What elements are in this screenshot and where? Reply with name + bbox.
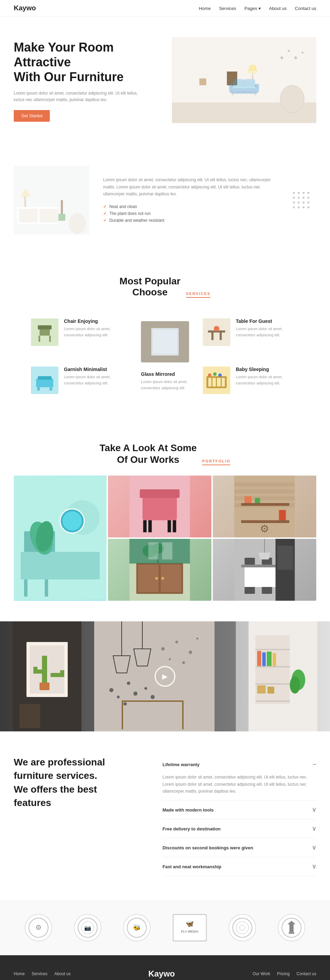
partner-logo-2: 📷: [74, 914, 102, 942]
svg-point-119: [169, 658, 171, 660]
about-description: Lorem ipsum dolor sit amet, consectetur …: [103, 177, 272, 197]
svg-rect-65: [143, 520, 147, 532]
svg-rect-60: [24, 579, 27, 597]
svg-point-134: [151, 695, 155, 699]
service-item-chair: Chair Enjoying Lorem ipsum dolor sit ame…: [24, 312, 134, 353]
nav-services[interactable]: Services: [219, 6, 236, 11]
svg-point-50: [213, 372, 217, 376]
svg-rect-47: [216, 377, 217, 387]
features-section: We are professional furniture services. …: [0, 732, 330, 900]
service-img-table: [203, 318, 230, 346]
service-title-table: Table For Guest: [236, 318, 299, 324]
services-grid: Chair Enjoying Lorem ipsum dolor sit ame…: [24, 312, 306, 401]
accordion-item-workmanship: Fast and neat workmanship ∨: [163, 857, 316, 876]
svg-rect-109: [33, 667, 38, 674]
svg-point-149: [290, 676, 300, 694]
portfolio-item-4[interactable]: [108, 539, 211, 601]
service-content-baby: Baby Sleeping Lorem ipsum dolor sit amet…: [236, 367, 299, 386]
partner-logo-6: [278, 914, 305, 942]
footer-link-about[interactable]: About us: [54, 971, 70, 976]
svg-rect-144: [273, 653, 276, 666]
svg-rect-29: [38, 376, 52, 380]
checklist-item-3: Durable and weather resistant: [103, 217, 272, 224]
footer-link-contact[interactable]: Contact us: [297, 971, 316, 976]
service-item-table: Table For Guest Lorem ipsum dolor sit am…: [196, 312, 306, 353]
hero-svg: [172, 37, 316, 123]
svg-rect-113: [20, 704, 40, 728]
service-item-baby: Baby Sleeping Lorem ipsum dolor sit amet…: [196, 360, 306, 401]
portfolio-section: Take A Look At Some Of Our Works PORTFOL…: [0, 422, 330, 621]
portfolio-item-2[interactable]: [108, 476, 211, 538]
svg-marker-165: [287, 921, 296, 924]
partner-logo-3: 🐝: [123, 914, 151, 942]
svg-rect-141: [257, 651, 261, 666]
svg-rect-140: [255, 700, 290, 702]
nav-home[interactable]: Home: [199, 6, 211, 11]
svg-point-59: [63, 511, 82, 531]
svg-rect-98: [245, 558, 255, 565]
accordion-icon-delivery: ∨: [312, 825, 316, 832]
svg-point-51: [218, 374, 222, 377]
svg-rect-112: [40, 682, 49, 690]
svg-rect-15: [19, 209, 38, 223]
svg-rect-64: [140, 489, 180, 498]
features-left: We are professional furniture services. …: [14, 756, 142, 810]
service-desc-garnish: Lorem ipsum dolor sit amet, consectetur …: [64, 374, 127, 386]
footer-right-links: Our Work Pricing Contact us: [253, 971, 316, 976]
video-section: ▶: [0, 621, 330, 732]
svg-rect-68: [168, 520, 171, 532]
svg-rect-34: [153, 330, 177, 354]
svg-rect-73: [235, 496, 295, 500]
svg-rect-20: [61, 200, 63, 214]
accordion-icon-tools: ∨: [312, 806, 316, 814]
footer-link-services[interactable]: Services: [32, 971, 48, 976]
accordion-header-tools[interactable]: Made with modern tools ∨: [163, 800, 316, 819]
svg-point-86: [162, 577, 164, 580]
footer-link-home[interactable]: Home: [14, 971, 25, 976]
nav-contact[interactable]: Contact us: [295, 6, 316, 11]
portfolio-item-5[interactable]: [213, 539, 316, 601]
svg-point-162: [240, 925, 245, 931]
play-button[interactable]: ▶: [155, 666, 175, 687]
partner-logo-1: ⚙: [25, 914, 52, 942]
features-heading: We are professional furniture services. …: [14, 756, 142, 810]
services-tag: SERVICES: [186, 291, 210, 298]
svg-point-21: [69, 213, 86, 234]
svg-rect-7: [227, 72, 237, 85]
accordion-header-warranty[interactable]: Lifetime warranty −: [163, 756, 316, 774]
svg-rect-77: [255, 498, 260, 503]
svg-rect-146: [267, 687, 274, 694]
portfolio-item-1[interactable]: [14, 476, 106, 601]
footer-link-ourwork[interactable]: Our Work: [253, 971, 270, 976]
svg-rect-90: [130, 539, 190, 563]
services-left-col: Chair Enjoying Lorem ipsum dolor sit ame…: [24, 312, 134, 401]
accordion-header-delivery[interactable]: Free delivery to destination ∨: [163, 819, 316, 838]
accordion-item-tools: Made with modern tools ∨: [163, 800, 316, 819]
accordion-header-workmanship[interactable]: Fast and neat workmanship ∨: [163, 857, 316, 876]
services-section: Most Popular Choose SERVICES: [0, 255, 330, 422]
nav-logo[interactable]: Kaywo: [14, 4, 36, 12]
get-started-button[interactable]: Get Started: [14, 110, 50, 122]
nav-pages[interactable]: Pages ▾: [244, 6, 260, 11]
svg-rect-157: [173, 915, 206, 941]
svg-point-133: [144, 687, 147, 690]
portfolio-grid: ⚙: [14, 476, 316, 601]
svg-point-8: [280, 85, 304, 113]
portfolio-svg-2: [108, 476, 211, 538]
accordion-header-discounts[interactable]: Discounts on second bookings were given …: [163, 838, 316, 857]
services-heading: Most Popular Choose: [120, 276, 181, 298]
svg-rect-76: [245, 496, 252, 503]
service-desc-glass: Lorem ipsum dolor sit amet, consectetur …: [141, 379, 189, 391]
service-desc-chair: Lorem ipsum dolor sit amet, consectetur …: [64, 326, 127, 338]
partner-svg-6: [281, 917, 302, 938]
portfolio-tag: PORTFOLIO: [202, 459, 230, 465]
footer-link-pricing[interactable]: Pricing: [277, 971, 290, 976]
svg-rect-30: [37, 387, 40, 391]
svg-point-161: [236, 921, 249, 934]
svg-rect-31: [49, 387, 52, 391]
portfolio-item-3[interactable]: ⚙: [213, 476, 316, 538]
svg-rect-6: [199, 78, 206, 85]
svg-text:🦋: 🦋: [186, 920, 194, 928]
nav-about[interactable]: About us: [269, 6, 287, 11]
service-title-garnish: Garnish Minimalist: [64, 367, 127, 372]
